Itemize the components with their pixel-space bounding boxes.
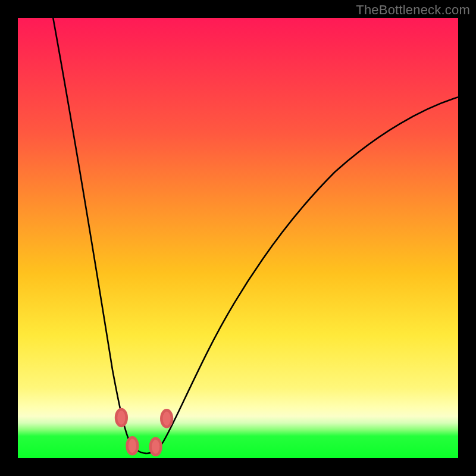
marker-dot (116, 409, 127, 426)
marker-dot (151, 439, 161, 455)
plot-area (18, 18, 458, 458)
bottleneck-curve (53, 18, 458, 453)
watermark-text: TheBottleneck.com (356, 2, 470, 18)
marker-dot (161, 410, 172, 427)
chart-frame: TheBottleneck.com (0, 0, 476, 476)
curve-layer (18, 18, 458, 458)
marker-dot (127, 437, 138, 454)
